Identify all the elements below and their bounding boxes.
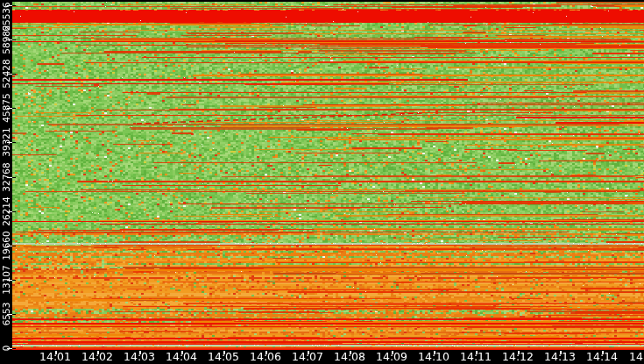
heatmap-figure: 0655313107196602621432768393214587552428… (0, 0, 644, 364)
heatmap-canvas (0, 0, 644, 364)
